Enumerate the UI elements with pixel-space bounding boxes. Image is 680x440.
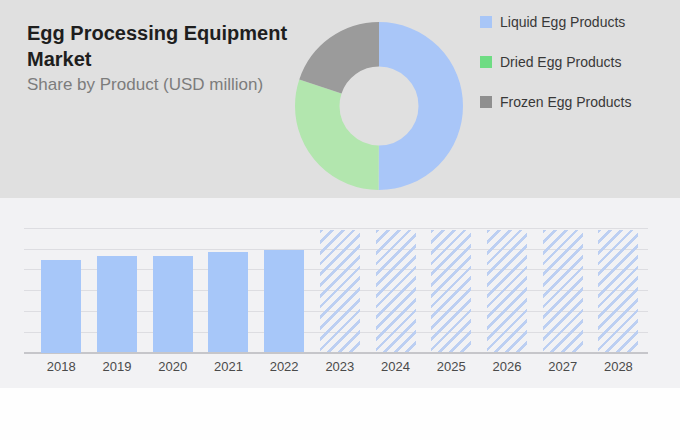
- bar-2021: [208, 252, 248, 352]
- bar-2020: [153, 256, 193, 352]
- legend-item-liquid: Liquid Egg Products: [480, 14, 632, 30]
- infographic: Egg Processing Equipment Market Share by…: [0, 0, 680, 440]
- legend-label: Frozen Egg Products: [500, 94, 632, 110]
- forecast-bar-2025: [431, 230, 471, 353]
- x-tick-2027: 2027: [535, 359, 591, 374]
- bar-2022: [264, 250, 304, 352]
- donut-chart: [295, 22, 463, 190]
- x-tick-2021: 2021: [200, 359, 256, 374]
- legend-label: Liquid Egg Products: [500, 14, 625, 30]
- page-subtitle: Share by Product (USD million): [27, 74, 327, 96]
- legend-swatch-frozen: [480, 96, 492, 108]
- forecast-bar-2027: [543, 230, 583, 353]
- x-tick-2028: 2028: [590, 359, 646, 374]
- legend-item-dried: Dried Egg Products: [480, 54, 632, 70]
- x-tick-2020: 2020: [145, 359, 201, 374]
- forecast-bar-2028: [598, 230, 638, 353]
- forecast-bar-2026: [487, 230, 527, 353]
- bar-chart-section: 2018201920202021202220232024202520262027…: [0, 198, 680, 388]
- bar-2019: [97, 256, 137, 353]
- x-tick-2023: 2023: [312, 359, 368, 374]
- header-section: Egg Processing Equipment Market Share by…: [0, 0, 680, 198]
- x-tick-2018: 2018: [33, 359, 89, 374]
- legend-swatch-liquid: [480, 16, 492, 28]
- legend-swatch-dried: [480, 56, 492, 68]
- legend-label: Dried Egg Products: [500, 54, 621, 70]
- x-tick-2024: 2024: [368, 359, 424, 374]
- gridline: [24, 228, 648, 229]
- page-title: Egg Processing Equipment Market: [27, 20, 312, 72]
- footer-section: Liquid Egg Products Segment | 2018 : USD…: [0, 388, 680, 440]
- forecast-bar-2024: [376, 230, 416, 353]
- legend: Liquid Egg Products Dried Egg Products F…: [480, 14, 632, 134]
- x-tick-2026: 2026: [479, 359, 535, 374]
- bar-2018: [41, 260, 81, 353]
- forecast-bar-2023: [320, 230, 360, 353]
- x-tick-2019: 2019: [89, 359, 145, 374]
- x-tick-2022: 2022: [256, 359, 312, 374]
- x-tick-2025: 2025: [423, 359, 479, 374]
- legend-item-frozen: Frozen Egg Products: [480, 94, 632, 110]
